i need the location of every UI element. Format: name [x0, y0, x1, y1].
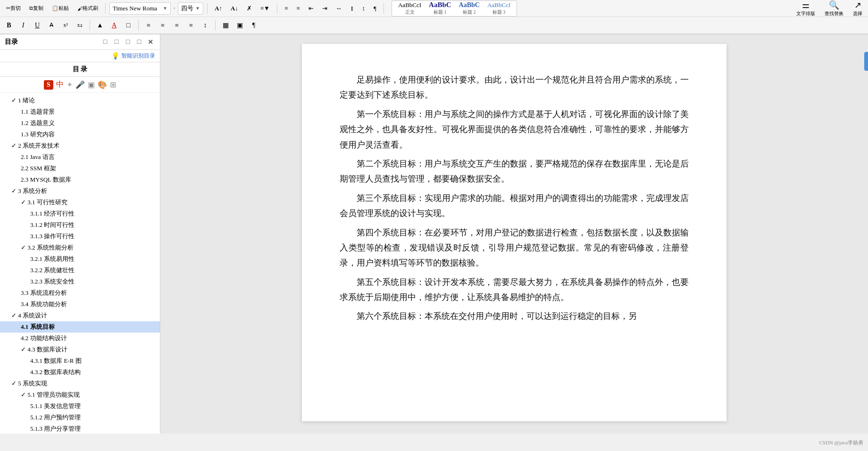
logo-star: ✦ — [67, 80, 73, 89]
superscript-btn[interactable]: x² — [59, 19, 72, 32]
toc-item-4.1[interactable]: 4.1 系统目标 — [0, 321, 160, 333]
text-direction[interactable]: ↔ — [333, 3, 345, 14]
toc-item-3.4[interactable]: 3.4 系统功能分析 — [0, 299, 160, 310]
main-layout: 目录 □ □ □ □ ✕ 💡 智能识别目录 目 录 S 中 ✦ 🎤 ▣ 🎨 ⊞ — [0, 34, 868, 434]
toc-item-1.1[interactable]: 1.1 选题背景 — [0, 106, 160, 117]
align-justify-btn[interactable]: ≡ — [185, 19, 197, 32]
toolbar-cut[interactable]: ✂ 剪切 — [3, 3, 24, 13]
toc-item-4.3.1[interactable]: 4.3.1 数据库 E-R 图 — [0, 355, 160, 367]
font-color-btn[interactable]: A — [108, 19, 120, 32]
strikethrough-btn[interactable]: A̶ — [45, 19, 58, 32]
sep7 — [215, 20, 216, 31]
toc-title: 目 录 — [0, 62, 160, 77]
toc-item-5.1.2[interactable]: 5.1.2 用户预约管理 — [0, 412, 160, 423]
toolbar-row2: B I U A̶ x² x₂ ▲ A □ ≡ ≡ ≡ ≡ ↕ ▦ ▣ ¶ — [0, 17, 868, 34]
toc-item-3[interactable]: ✓ 3 系统分析 — [0, 185, 160, 197]
smart-label[interactable]: 智能识别目录 — [121, 52, 155, 60]
underline-btn[interactable]: U — [31, 19, 43, 32]
toc-item-1[interactable]: ✓ 1 绪论 — [0, 95, 160, 106]
toc-item-1.3[interactable]: 1.3 研究内容 — [0, 129, 160, 140]
indent-decrease[interactable]: ⇤ — [305, 3, 317, 14]
scroll-indicator — [864, 52, 868, 71]
sidebar-header: 目录 □ □ □ □ ✕ — [0, 34, 160, 50]
toc-item-2.1[interactable]: 2.1 Java 语言 — [0, 151, 160, 163]
style-heading1[interactable]: AaBbC 标题 1 — [426, 0, 454, 16]
highlight-btn[interactable]: ▲ — [94, 19, 106, 32]
toc-item-3.2.1[interactable]: 3.2.1 系统易用性 — [0, 253, 160, 265]
styles-panel: AaBbCcI 正文 AaBbC 标题 1 AaBbC 标题 2 AaBbCcI… — [392, 0, 517, 17]
sidebar-icon-expand2[interactable]: □ — [112, 37, 121, 47]
sidebar-close-icon[interactable]: ✕ — [146, 37, 155, 47]
logo-cn: 中 — [56, 80, 64, 90]
toolbar-paste[interactable]: 📋 粘贴 — [49, 3, 72, 13]
italic-btn[interactable]: I — [17, 19, 29, 32]
right-tools: ⚌ 文字排版 🔍 查找替换 ↗ 选择 — [793, 0, 865, 18]
line-spacing-btn[interactable]: ↕ — [199, 19, 211, 32]
font-size-selector[interactable]: 四号 ▼ — [178, 2, 203, 15]
toc-item-3.2[interactable]: ✓ 3.2 系统性能分析 — [0, 242, 160, 253]
sidebar-icon-expand3[interactable]: □ — [123, 37, 133, 47]
indent-increase[interactable]: ⇥ — [319, 3, 331, 14]
toc-item-5.1[interactable]: ✓ 5.1 管理员功能实现 — [0, 389, 160, 401]
toc-item-1.2[interactable]: 1.2 选题意义 — [0, 117, 160, 129]
toc-item-3.1.2[interactable]: 3.1.2 时间可行性 — [0, 219, 160, 231]
font-size-increase[interactable]: A↑ — [211, 3, 225, 14]
sep3 — [277, 3, 277, 14]
style-normal[interactable]: AaBbCcI 正文 — [396, 1, 424, 16]
align-right-btn[interactable]: ≡ — [171, 19, 183, 32]
toc-item-5[interactable]: ✓ 5 系统实现 — [0, 378, 160, 389]
find-replace-tool[interactable]: 🔍 查找替换 — [822, 0, 846, 18]
para-1: 第一个系统目标：用户与系统之间的操作方式是基于人机对话，可视化界面的设计除了美观… — [340, 107, 689, 152]
sep4 — [384, 3, 384, 14]
toc-item-3.2.3[interactable]: 3.2.3 系统安全性 — [0, 276, 160, 287]
shading-btn[interactable]: ▦ — [219, 19, 232, 32]
columns[interactable]: ⫿ — [347, 3, 357, 14]
toolbar-copy[interactable]: ⧉ 复制 — [26, 3, 47, 13]
toc-item-4[interactable]: ✓ 4 系统设计 — [0, 310, 160, 321]
toc-item-3.3[interactable]: 3.3 系统流程分析 — [0, 287, 160, 299]
align-left-btn[interactable]: ≡ — [142, 19, 155, 32]
toolbar-format-painter[interactable]: 🖌 格式刷 — [74, 3, 101, 13]
select-tool[interactable]: ↗ 选择 — [850, 0, 865, 18]
toc-item-4.3[interactable]: ✓ 4.3 数据库设计 — [0, 344, 160, 355]
para-5: 第五个系统目标：设计开发本系统，需要尽最大努力，在系统具备易操作的特点外，也要求… — [340, 275, 689, 305]
font-name-selector[interactable]: Times New Roma ▼ — [109, 2, 171, 15]
font-option[interactable]: ≡▼ — [257, 3, 273, 14]
font-clear[interactable]: ✗ — [243, 3, 255, 14]
para-3: 第三个系统目标：实现用户需求的功能。根据对用户的调查得出的功能需求，完成理发店会… — [340, 191, 689, 221]
logo-color: 🎨 — [98, 80, 107, 89]
sidebar-icon-expand4[interactable]: □ — [134, 37, 144, 47]
toc-item-5.1.3[interactable]: 5.1.3 用户分享管理 — [0, 423, 160, 434]
subscript-btn[interactable]: x₂ — [74, 19, 86, 32]
align-center-btn[interactable]: ≡ — [157, 19, 169, 32]
sort[interactable]: ↕ — [359, 3, 369, 14]
list-ordered[interactable]: ≡ — [293, 3, 303, 14]
toc-item-2[interactable]: ✓ 2 系统开发技术 — [0, 140, 160, 151]
para-6: 第六个系统目标：本系统在交付用户使用时，可以达到运行稳定的目标，另 — [340, 309, 689, 324]
toc-item-2.3[interactable]: 2.3 MYSQL 数据库 — [0, 174, 160, 185]
smart-icon: 💡 — [111, 52, 119, 60]
toc-item-3.2.2[interactable]: 3.2.2 系统健壮性 — [0, 265, 160, 276]
toc-item-4.3.2[interactable]: 4.3.2 数据库表结构 — [0, 367, 160, 378]
text-layout-tool[interactable]: ⚌ 文字排版 — [793, 0, 818, 18]
toc-item-3.1.3[interactable]: 3.1.3 操作可行性 — [0, 231, 160, 242]
toc-item-5.1.1[interactable]: 5.1.1 美发信息管理 — [0, 401, 160, 412]
logo-grid2: ⊞ — [110, 80, 116, 89]
toc-item-3.1.1[interactable]: 3.1.1 经济可行性 — [0, 208, 160, 219]
border-btn[interactable]: □ — [122, 19, 134, 32]
paragraph-settings-btn[interactable]: ¶ — [248, 19, 260, 32]
style-heading3[interactable]: AaBbCcI 标题 3 — [485, 1, 513, 16]
font-size-decrease[interactable]: A↓ — [227, 3, 242, 14]
list-unordered[interactable]: ≡ — [281, 3, 291, 14]
doc-area[interactable]: 足易操作，使用便利的设计要求。由此，设计出一个规范化并且符合用户需求的系统，一定… — [160, 34, 868, 434]
style-heading2[interactable]: AaBbC 标题 2 — [457, 1, 482, 16]
toc-item-4.2[interactable]: 4.2 功能结构设计 — [0, 333, 160, 344]
border2-btn[interactable]: ▣ — [234, 19, 246, 32]
show-marks[interactable]: ¶ — [370, 3, 380, 14]
toc-item-3.1[interactable]: ✓ 3.1 可行性研究 — [0, 197, 160, 208]
doc-page: 足易操作，使用便利的设计要求。由此，设计出一个规范化并且符合用户需求的系统，一定… — [302, 44, 726, 421]
sougou-logo: S — [44, 80, 53, 90]
toc-item-2.2[interactable]: 2.2 SSM 框架 — [0, 163, 160, 174]
sidebar-icon-expand1[interactable]: □ — [100, 37, 110, 47]
bold-btn[interactable]: B — [3, 19, 15, 32]
